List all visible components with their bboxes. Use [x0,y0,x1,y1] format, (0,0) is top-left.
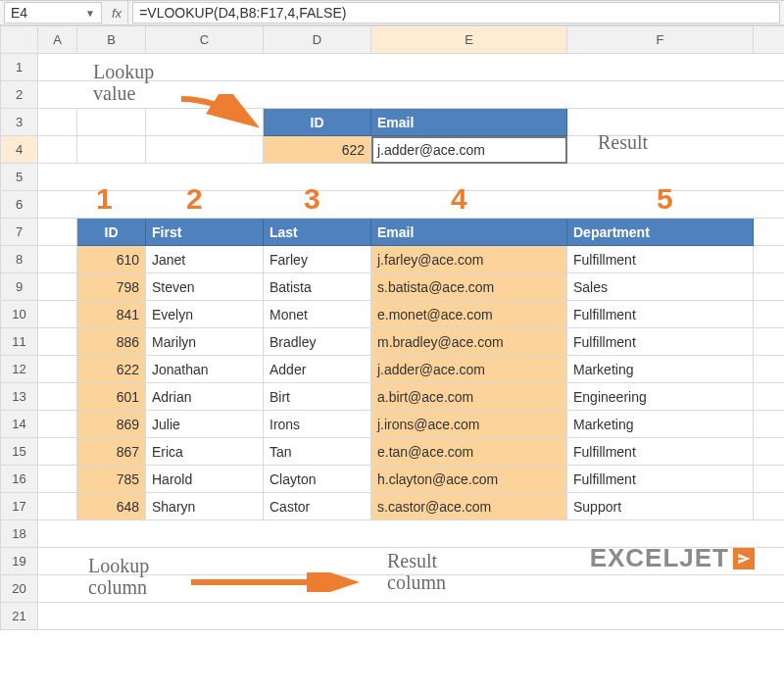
table-row[interactable]: Bradley [264,328,371,356]
row-head-19[interactable]: 19 [1,548,38,575]
table-row[interactable]: h.clayton@ace.com [371,466,567,493]
cell[interactable] [754,246,785,273]
table-row[interactable]: 798 [77,273,146,301]
cell[interactable] [38,438,77,466]
cell[interactable] [754,411,785,438]
row-head-12[interactable]: 12 [1,356,38,383]
cell[interactable] [38,273,77,301]
table-row[interactable]: 601 [77,383,146,411]
cell[interactable] [38,411,77,438]
cell[interactable] [38,466,77,493]
table-row[interactable]: Evelyn [146,301,264,328]
cell[interactable] [38,136,77,164]
col-head-C[interactable]: C [146,26,264,54]
lookup-value-id[interactable]: 622 [264,136,371,164]
table-header-id[interactable]: ID [77,219,146,246]
row-head-15[interactable]: 15 [1,438,38,466]
col-head-B[interactable]: B [77,26,146,54]
table-row[interactable]: Monet [264,301,371,328]
row-head-5[interactable]: 5 [1,164,38,191]
table-row[interactable]: 648 [77,493,146,520]
table-row[interactable]: Marketing [567,356,754,383]
table-row[interactable]: a.birt@ace.com [371,383,567,411]
table-row[interactable]: Sharyn [146,493,264,520]
cell[interactable] [38,356,77,383]
lookup-header-email[interactable]: Email [371,109,567,136]
table-row[interactable]: e.tan@ace.com [371,438,567,466]
table-row[interactable]: Batista [264,273,371,301]
col-head-A[interactable]: A [38,26,77,54]
table-row[interactable]: Fulfillment [567,438,754,466]
row-head-13[interactable]: 13 [1,383,38,411]
table-header-last[interactable]: Last [264,219,371,246]
row-head-18[interactable]: 18 [1,520,38,548]
table-row[interactable]: Farley [264,246,371,273]
table-row[interactable]: m.bradley@ace.com [371,328,567,356]
cell[interactable] [38,164,785,191]
table-row[interactable]: Marilyn [146,328,264,356]
row-head-6[interactable]: 6 [1,191,38,219]
cell[interactable] [38,383,77,411]
table-row[interactable]: 869 [77,411,146,438]
cell[interactable] [38,246,77,273]
col-head-blank[interactable] [754,26,785,54]
table-row[interactable]: s.castor@ace.com [371,493,567,520]
row-head-4[interactable]: 4 [1,136,38,164]
cell[interactable] [38,219,77,246]
row-head-11[interactable]: 11 [1,328,38,356]
chevron-down-icon[interactable]: ▼ [85,8,95,19]
table-row[interactable]: Fulfillment [567,246,754,273]
table-row[interactable]: Castor [264,493,371,520]
table-row[interactable]: 867 [77,438,146,466]
table-row[interactable]: Adder [264,356,371,383]
table-header-email[interactable]: Email [371,219,567,246]
table-row[interactable]: Irons [264,411,371,438]
table-row[interactable]: j.adder@ace.com [371,356,567,383]
cell[interactable] [754,356,785,383]
lookup-result-cell[interactable]: j.adder@ace.com [371,136,567,164]
cell[interactable] [38,54,785,81]
row-head-10[interactable]: 10 [1,301,38,328]
formula-input[interactable]: =VLOOKUP(D4,B8:F17,4,FALSE) [132,2,780,24]
fx-label[interactable]: fx [106,1,128,25]
row-head-9[interactable]: 9 [1,273,38,301]
row-head-16[interactable]: 16 [1,466,38,493]
cell[interactable] [77,136,146,164]
cell[interactable] [38,493,77,520]
cell[interactable] [38,109,77,136]
cell[interactable] [754,383,785,411]
table-row[interactable]: 886 [77,328,146,356]
table-header-first[interactable]: First [146,219,264,246]
lookup-header-id[interactable]: ID [264,109,371,136]
table-row[interactable]: Julie [146,411,264,438]
cell[interactable] [38,328,77,356]
table-row[interactable]: Steven [146,273,264,301]
table-row[interactable]: 610 [77,246,146,273]
cell[interactable] [77,109,146,136]
row-head-1[interactable]: 1 [1,54,38,81]
cell[interactable] [38,191,785,219]
table-row[interactable]: Erica [146,438,264,466]
row-head-21[interactable]: 21 [1,603,38,630]
table-row[interactable]: Fulfillment [567,328,754,356]
row-head-8[interactable]: 8 [1,246,38,273]
row-head-2[interactable]: 2 [1,81,38,109]
table-header-dept[interactable]: Department [567,219,754,246]
cell[interactable] [754,328,785,356]
table-row[interactable]: Marketing [567,411,754,438]
table-row[interactable]: e.monet@ace.com [371,301,567,328]
row-head-17[interactable]: 17 [1,493,38,520]
cell[interactable] [38,575,785,603]
table-row[interactable]: Clayton [264,466,371,493]
cell[interactable] [567,109,785,136]
table-row[interactable]: Fulfillment [567,301,754,328]
col-head-D[interactable]: D [264,26,371,54]
table-row[interactable]: 841 [77,301,146,328]
table-row[interactable]: Fulfillment [567,466,754,493]
cell[interactable] [754,219,785,246]
table-row[interactable]: Janet [146,246,264,273]
cell[interactable] [38,81,785,109]
cell[interactable] [38,603,785,630]
name-box[interactable]: E4 ▼ [4,2,102,24]
cell[interactable] [146,109,264,136]
